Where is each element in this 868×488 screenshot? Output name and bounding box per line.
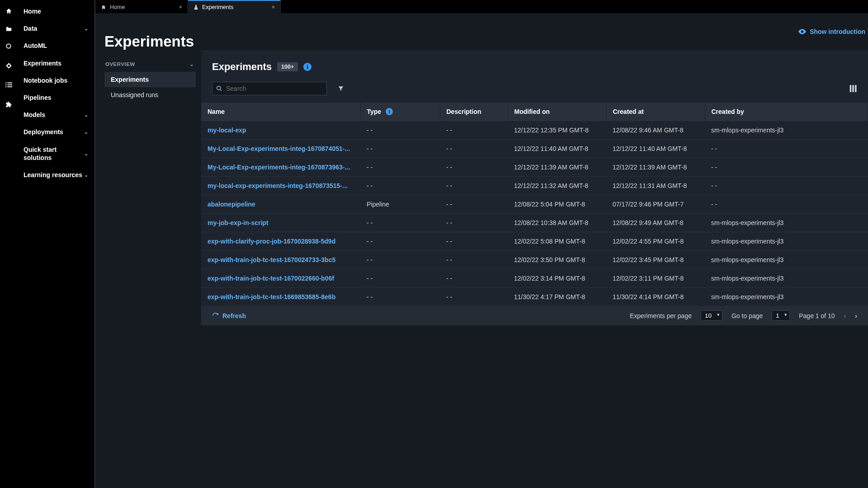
prev-page-button[interactable]: ‹ <box>844 312 846 319</box>
cell-name[interactable]: my-local-exp <box>201 121 360 140</box>
per-page-select[interactable]: 10 <box>701 310 722 321</box>
chevron-down-icon: ⌄ <box>84 25 88 32</box>
cell-created-at: 12/12/22 11:31 AM GMT-8 <box>606 177 705 195</box>
cell-created-by: - - <box>705 158 868 177</box>
col-description[interactable]: Description <box>440 103 508 121</box>
svg-rect-10 <box>852 85 854 92</box>
cell-name[interactable]: my-local-exp-experiments-integ-167087351… <box>201 177 360 195</box>
refresh-label: Refresh <box>222 312 246 319</box>
count-badge: 100+ <box>277 62 298 71</box>
sidebar-item-quickstart[interactable]: Quick start solutions⌄ <box>17 141 94 166</box>
col-name[interactable]: Name <box>201 103 360 121</box>
table-row[interactable]: abalonepipelinePipeline- -12/08/22 5:04 … <box>201 195 868 214</box>
table-row[interactable]: exp-with-train-job-tc-test-1670024733-3b… <box>201 251 868 269</box>
cell-created-by: sm-mlops-experiments-jl3 <box>705 214 868 232</box>
cell-description: - - <box>440 195 508 214</box>
chevron-down-icon: ⌄ <box>84 172 88 178</box>
cell-description: - - <box>440 140 508 158</box>
sidebar: Home Data⌄ AutoML Experiments Notebook j… <box>17 0 95 488</box>
cell-created-at: 11/30/22 4:14 PM GMT-8 <box>606 288 705 306</box>
show-introduction-button[interactable]: Show introduction <box>798 28 868 35</box>
table-footer: Refresh Experiments per page 10 Go to pa… <box>201 306 868 325</box>
chevron-down-icon: ⌄ <box>189 61 194 67</box>
cell-name[interactable]: exp-with-train-job-tc-test-1670024733-3b… <box>201 251 360 269</box>
filter-icon[interactable] <box>338 85 344 92</box>
table-row[interactable]: my-job-exp-in-script- -- -12/08/22 10:38… <box>201 214 868 232</box>
extension-icon[interactable] <box>0 100 17 109</box>
cell-created-by: - - <box>705 195 868 214</box>
home-icon[interactable] <box>0 6 17 15</box>
col-created-at[interactable]: Created at <box>606 103 705 121</box>
sidebar-item-notebook-jobs[interactable]: Notebook jobs <box>17 72 94 89</box>
cell-description: - - <box>440 121 508 140</box>
col-modified[interactable]: Modified on <box>508 103 606 121</box>
overview-panel: OVERVIEW ⌄ Experiments Unassigned runs <box>95 50 201 488</box>
sidebar-item-label: Learning resources <box>24 171 82 179</box>
table-row[interactable]: my-local-exp-experiments-integ-167087351… <box>201 177 868 195</box>
cell-name[interactable]: My-Local-Exp-experiments-integ-167087405… <box>201 140 360 158</box>
search-input-wrap[interactable] <box>212 82 327 95</box>
overview-header[interactable]: OVERVIEW ⌄ <box>104 60 196 72</box>
col-created-by[interactable]: Created by <box>705 103 868 121</box>
cell-name[interactable]: My-Local-Exp-experiments-integ-167087396… <box>201 158 360 177</box>
sidebar-item-label: AutoML <box>24 42 47 50</box>
info-icon[interactable]: i <box>303 63 311 71</box>
sidebar-item-home[interactable]: Home <box>17 3 94 20</box>
list-icon[interactable] <box>0 80 17 89</box>
cell-name[interactable]: my-job-exp-in-script <box>201 214 360 232</box>
table-row[interactable]: my-local-exp- -- -12/12/22 12:35 PM GMT-… <box>201 121 868 140</box>
close-icon[interactable]: × <box>179 4 182 10</box>
next-page-button[interactable]: › <box>855 312 857 319</box>
tab-home[interactable]: Home × <box>95 0 188 13</box>
cell-type: - - <box>360 158 440 177</box>
sidebar-item-pipelines[interactable]: Pipelines <box>17 89 94 106</box>
sidebar-item-automl[interactable]: AutoML <box>17 37 94 54</box>
sidebar-item-models[interactable]: Models⌄ <box>17 106 94 123</box>
table-row[interactable]: exp-with-train-job-tc-test-1669853685-8e… <box>201 288 868 306</box>
cell-modified: 12/12/22 11:40 AM GMT-8 <box>508 140 606 158</box>
overview-header-label: OVERVIEW <box>105 61 135 67</box>
col-type[interactable]: Typei <box>360 103 440 121</box>
columns-icon[interactable] <box>849 85 857 92</box>
svg-line-8 <box>220 89 222 91</box>
experiments-card: Experiments 100+ i <box>201 50 868 325</box>
cell-created-at: 12/12/22 11:40 AM GMT-8 <box>606 140 705 158</box>
table-header-row: Name Typei Description Modified on Creat… <box>201 103 868 121</box>
per-page-label: Experiments per page <box>630 312 692 319</box>
cell-name[interactable]: exp-with-train-job-tc-test-1669853685-8e… <box>201 288 360 306</box>
cell-type: - - <box>360 269 440 288</box>
table-row[interactable]: exp-with-clarify-proc-job-1670028938-5d9… <box>201 232 868 251</box>
circle-icon[interactable] <box>0 42 17 51</box>
table-row[interactable]: exp-with-train-job-tc-test-1670022660-b0… <box>201 269 868 288</box>
sidebar-item-data[interactable]: Data⌄ <box>17 20 94 37</box>
folder-icon[interactable] <box>0 24 17 33</box>
sidebar-item-deployments[interactable]: Deployments⌄ <box>17 123 94 141</box>
overview-item-experiments[interactable]: Experiments <box>104 72 196 87</box>
sidebar-item-learning[interactable]: Learning resources⌄ <box>17 166 94 183</box>
table-row[interactable]: My-Local-Exp-experiments-integ-167087396… <box>201 158 868 177</box>
refresh-button[interactable]: Refresh <box>212 312 246 319</box>
tab-experiments[interactable]: Experiments × <box>188 0 281 13</box>
close-icon[interactable]: × <box>271 4 275 10</box>
sidebar-item-experiments[interactable]: Experiments <box>17 55 94 72</box>
cell-name[interactable]: abalonepipeline <box>201 195 360 214</box>
cell-modified: 12/02/22 5:08 PM GMT-8 <box>508 232 606 251</box>
col-type-label: Type <box>367 108 382 115</box>
cell-description: - - <box>440 288 508 306</box>
info-icon[interactable]: i <box>386 108 393 115</box>
cell-name[interactable]: exp-with-clarify-proc-job-1670028938-5d9… <box>201 232 360 251</box>
table-row[interactable]: My-Local-Exp-experiments-integ-167087405… <box>201 140 868 158</box>
show-introduction-label: Show introduction <box>810 28 865 35</box>
eye-icon <box>798 29 806 34</box>
search-input[interactable] <box>222 85 323 92</box>
cell-description: - - <box>440 251 508 269</box>
tab-strip: Home × Experiments × <box>95 0 868 13</box>
cell-type: - - <box>360 232 440 251</box>
cell-type: - - <box>360 177 440 195</box>
overview-item-unassigned[interactable]: Unassigned runs <box>104 87 196 103</box>
cell-created-by: sm-mlops-experiments-jl3 <box>705 288 868 306</box>
page-title: Experiments <box>104 33 194 50</box>
diamond-icon[interactable] <box>0 61 17 70</box>
cell-name[interactable]: exp-with-train-job-tc-test-1670022660-b0… <box>201 269 360 288</box>
goto-page-select[interactable]: 1 <box>772 310 790 321</box>
